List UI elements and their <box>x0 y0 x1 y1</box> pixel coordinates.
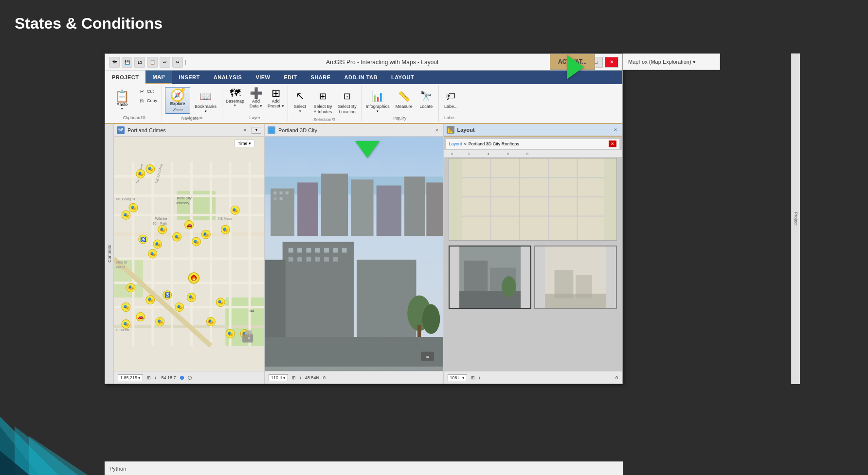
layout-main-map[interactable] <box>449 158 617 241</box>
layout-thumb-foggy[interactable] <box>534 246 617 309</box>
bookmarks-chevron: ▾ <box>205 109 207 113</box>
layout-close-btn[interactable]: ✕ <box>612 126 619 133</box>
bookmarks-btn[interactable]: 📖 Bookmarks ▾ <box>192 87 219 115</box>
svg-rect-116 <box>315 248 320 253</box>
app-icon-2[interactable]: 💾 <box>122 57 132 68</box>
app-icon-1[interactable]: 🗺 <box>109 57 120 68</box>
ruler-svg: 0 2 4 6 8 <box>444 150 622 157</box>
copy-btn[interactable]: ⎘ Copy <box>136 96 159 105</box>
select-by-attr-btn[interactable]: ⊞ Select ByAttributes <box>311 87 335 116</box>
tab-project[interactable]: PROJECT <box>105 70 145 84</box>
crimes-coord: .54 18,7 <box>160 375 176 380</box>
3d-pane-body[interactable]: ≡ <box>265 137 443 371</box>
tab-view[interactable]: VIEW <box>249 70 277 84</box>
breadcrumb-layout-link[interactable]: Layout <box>449 141 462 146</box>
add-data-label: AddData ▾ <box>250 99 263 108</box>
mapfox-label: MapFox (Map Exploration) ▾ <box>628 59 696 65</box>
crimes-scroll-btn[interactable]: ▾ <box>252 127 261 134</box>
svg-rect-158 <box>545 294 606 308</box>
app-icon-3[interactable]: 🗂 <box>134 57 145 68</box>
paste-icon: 📋 <box>115 90 129 102</box>
map-panes: 🗺 Portland Crimes ✕ ▾ <box>114 124 622 384</box>
svg-text:0: 0 <box>451 152 453 156</box>
basemap-btn[interactable]: 🗺 Basemap ▾ <box>224 87 246 108</box>
3d-coord: 45.54N <box>305 375 319 380</box>
explore-label: Explore <box>170 101 185 106</box>
tab-addin[interactable]: ADD-IN TAB <box>338 70 384 84</box>
label-group-label: Labe... <box>444 114 458 121</box>
3d-scale-dropdown[interactable]: 110 ft ▾ <box>269 374 288 381</box>
tab-insert[interactable]: INSERT <box>172 70 206 84</box>
measure-btn[interactable]: 📏 Measure <box>393 87 415 111</box>
svg-rect-105 <box>426 182 443 236</box>
svg-rect-141 <box>462 158 604 240</box>
breadcrumb-separator: < <box>464 141 467 146</box>
tab-edit[interactable]: EDIT <box>277 70 304 84</box>
paste-btn[interactable]: 📋 Paste ▾ <box>110 87 134 114</box>
svg-rect-107 <box>280 192 283 194</box>
app-icon-4[interactable]: 📋 <box>147 57 158 68</box>
3d-close-btn[interactable]: ✕ <box>434 127 440 134</box>
explore-btn[interactable]: 🧭 Explore ⤢⟺ <box>165 87 190 114</box>
close-btn[interactable]: ✕ <box>605 57 618 68</box>
redo-btn[interactable]: ↪ <box>172 57 183 68</box>
python-bar: Python <box>105 461 623 475</box>
select-btn[interactable]: ↖ Select ▾ <box>290 87 310 115</box>
3d-icon2[interactable]: ⟟ <box>300 375 301 380</box>
svg-text:Cemetery: Cemetery <box>175 201 190 205</box>
label-btn[interactable]: 🏷 Labe... <box>441 87 461 111</box>
locate-btn[interactable]: 🔭 Locate <box>416 87 436 111</box>
tab-map[interactable]: MAP <box>145 70 172 84</box>
svg-point-153 <box>502 276 516 297</box>
select-by-loc-btn[interactable]: ⊡ Select ByLocation <box>336 87 359 116</box>
crime-map[interactable]: NE 42nd Ave NE 32nd Ave NE Going St Wils… <box>114 137 264 371</box>
svg-text:70m Park: 70m Park <box>153 222 167 225</box>
undo-btn[interactable]: ↩ <box>160 57 170 68</box>
time-btn[interactable]: Time ▾ <box>235 140 254 147</box>
infographics-label: Infographics <box>366 104 390 109</box>
svg-rect-115 <box>307 248 311 253</box>
locate-label: Locate <box>419 104 433 109</box>
project-panel: Project <box>791 53 800 384</box>
crimes-icon2[interactable]: ⟟ <box>155 375 156 380</box>
crimes-scale-dropdown[interactable]: 1:85,215 ▾ <box>118 374 143 381</box>
add-data-btn[interactable]: ➕ AddData ▾ <box>247 87 265 109</box>
3d-icon1[interactable]: ⊞ <box>292 375 296 380</box>
title-bar-icons: 🗺 💾 🗂 📋 ↩ ↪ | <box>109 57 186 68</box>
svg-text:🎭: 🎭 <box>217 299 224 305</box>
layout-icon1[interactable]: ⊞ <box>471 375 475 380</box>
infographics-btn[interactable]: 📊 Infographics ▾ <box>363 87 392 115</box>
breadcrumb-close-btn[interactable]: ✕ <box>609 141 616 147</box>
title-separator: | <box>185 60 186 65</box>
select-attr-label: Select ByAttributes <box>314 104 332 115</box>
tab-layout[interactable]: LAYOUT <box>384 70 421 84</box>
svg-text:🎭: 🎭 <box>138 171 144 177</box>
navigate-label: Navigate ⧉ <box>181 115 203 122</box>
city-3d[interactable]: ≡ <box>265 137 443 371</box>
svg-rect-119 <box>342 248 347 253</box>
select-chevron: ▾ <box>299 109 301 113</box>
layout-icon2[interactable]: ⟟ <box>479 375 480 380</box>
add-preset-btn[interactable]: ⊞ AddPreset ▾ <box>266 87 286 109</box>
mapfox-area[interactable]: MapFox (Map Exploration) ▾ <box>623 53 720 70</box>
crimes-close-btn[interactable]: ✕ <box>242 127 249 134</box>
layout-thumb-3d[interactable] <box>449 246 531 309</box>
svg-text:🎭: 🎭 <box>208 318 214 325</box>
background-triangles <box>0 281 97 475</box>
crimes-icon1[interactable]: ⊞ <box>147 375 151 380</box>
add-preset-icon: ⊞ <box>271 88 280 99</box>
select-attr-icon: ⊞ <box>315 88 331 104</box>
tab-share[interactable]: SHARE <box>304 70 338 84</box>
map-content: Contents 🗺 Portland Crimes ✕ ▾ <box>105 124 622 384</box>
svg-text:🎭: 🎭 <box>123 212 129 218</box>
layout-scale-dropdown[interactable]: 108 ft ▾ <box>448 374 467 381</box>
tab-analysis[interactable]: ANALYSIS <box>207 70 249 84</box>
select-cursor-icon: ↖ <box>292 88 308 104</box>
selection-expand-icon[interactable]: ⧉ <box>332 117 335 122</box>
cut-btn[interactable]: ✂ Cut <box>136 87 159 96</box>
clipboard-expand-icon[interactable]: ⧉ <box>143 115 145 120</box>
crimes-pane-body[interactable]: NE 42nd Ave NE 32nd Ave NE Going St Wils… <box>114 137 264 371</box>
layout-body[interactable]: 0 2 4 6 8 Layout < Portland 3D City Roof <box>444 137 622 371</box>
svg-text:♿: ♿ <box>164 292 171 298</box>
navigate-expand-icon[interactable]: ⧉ <box>199 116 202 121</box>
